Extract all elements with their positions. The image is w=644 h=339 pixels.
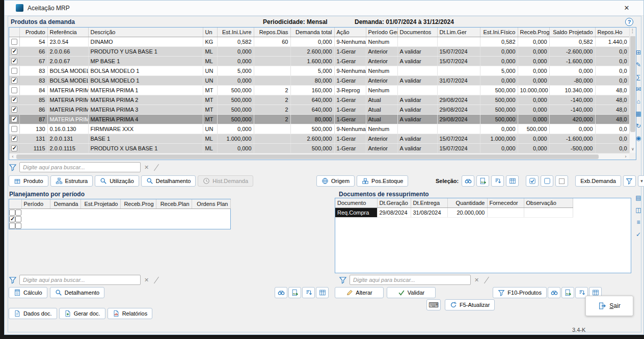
cell-un[interactable]: ML [203,143,217,153]
column-header[interactable]: Documentos [397,28,437,37]
cell-repos-horas[interactable]: 0,0 [595,46,629,56]
row-checkbox-cell[interactable] [9,85,19,95]
cell-documentos[interactable] [397,124,437,134]
cell-documentos[interactable]: A validar [397,114,437,124]
sort-button[interactable] [302,287,315,298]
demand-row[interactable]: 1115 2.0.0.1115 PRODUTO X USA BASE 1 ML … [9,143,629,153]
cell-saldo-projetado[interactable]: 0,582 [549,37,595,46]
cell-repos-horas[interactable]: 0,0 [595,143,629,153]
cell-acao[interactable]: 1-Gerar [334,114,366,124]
side-toolbar-button[interactable]: ⌂ [635,98,642,106]
cell-produto[interactable]: 1115 [19,143,47,153]
cell-documentos[interactable]: A validar [397,46,437,56]
side-toolbar-button[interactable]: ✎ [635,61,642,69]
filter-button[interactable] [623,175,636,187]
cell-produto[interactable]: 131 [19,134,47,143]
horizontal-scrollbar[interactable]: ‹ › [9,153,629,160]
side-toolbar-button[interactable]: ↻ [635,122,642,130]
cell-saldo-projetado[interactable]: 420,000 [549,114,595,124]
detalhamento-button[interactable]: Detalhamento [141,175,196,187]
cell-documentos[interactable]: A validar [397,75,437,85]
row-checkbox[interactable] [9,210,15,216]
cell-periodo-ger[interactable]: Nenhum [366,85,397,95]
row-checkbox[interactable] [11,68,17,74]
cell-receb-prog[interactable]: 0,000 [518,37,549,46]
cell-repos-dias[interactable] [254,124,290,134]
column-header[interactable]: Fornecedor [487,198,524,207]
cell-repos-dias[interactable] [254,134,290,143]
f10-produtos-button[interactable]: F10-Produtos [493,287,547,298]
scroll-right-icon[interactable]: › [622,154,629,159]
row-checkbox[interactable] [9,223,15,229]
column-header[interactable]: Produto [19,28,47,37]
hist-demanda-button[interactable]: Hist.Demanda [198,175,253,187]
scroll-left-icon[interactable]: ‹ [9,154,16,159]
cell-saldo-projetado[interactable]: 0,000 [549,66,595,75]
column-header[interactable]: Dt.Geração [377,198,411,207]
demand-search-input[interactable] [19,162,141,172]
cell-produto[interactable]: 67 [19,56,47,66]
cell-descricao[interactable]: MATERIA PRIMA 1 [88,85,203,95]
cell-periodo-ger[interactable]: Anterior [366,143,397,153]
column-header[interactable]: Período [21,199,50,208]
cell-quantidade[interactable]: 20.000,000 [447,207,487,217]
clear-search-icon[interactable]: ✕ [473,277,480,283]
cell-referencia[interactable]: 2.0.0.67 [47,56,88,66]
cell-documentos[interactable]: A validar [397,143,437,153]
column-header[interactable]: Saldo Projetado [549,28,595,37]
cell-receb-prog[interactable]: 0,000 [518,114,549,124]
cell-receb-prog[interactable]: 0,000 [518,143,549,153]
cell-est-ini-fisico[interactable]: 500,000 [480,105,518,114]
cell-dt-lim-ger[interactable]: 15/07/2024 [437,46,480,56]
column-header[interactable]: Documento [335,198,377,207]
locate-button[interactable] [462,175,474,187]
cell-periodo-ger[interactable]: Nenhum [366,66,397,75]
cell-repos-dias[interactable] [254,46,290,56]
row-checkbox-cell[interactable] [9,143,19,153]
cell-repos-dias[interactable]: 2 [254,95,290,105]
planning-detalhamento-button[interactable]: Detalhamento [50,287,105,298]
row-checkbox-cell[interactable] [9,124,19,134]
cell-est-ini-livre[interactable]: 500,000 [217,95,254,105]
cell-descricao[interactable]: MP BASE 1 [88,56,203,66]
cell-acao[interactable]: 1-Gerar [334,56,366,66]
column-header[interactable]: Quantidade [447,198,487,207]
cell-un[interactable]: UN [203,124,217,134]
cell-dt-lim-ger[interactable]: 15/07/2024 [437,143,480,153]
cell-acao[interactable]: 1-Gerar [334,134,366,143]
grid-config-button[interactable] [506,175,519,187]
cell-documentos[interactable] [397,66,437,75]
cell-demanda-total[interactable]: 500,000 [290,124,334,134]
keyboard-button[interactable]: ⌨ [426,299,441,310]
row-checkbox-cell[interactable] [9,46,19,56]
cell-est-ini-livre[interactable]: 500,000 [217,105,254,114]
cell-est-ini-livre[interactable]: 0,000 [217,46,254,56]
cell-dt-lim-ger[interactable] [437,37,480,46]
row-checkbox[interactable] [11,136,17,142]
close-icon[interactable]: ✕ [622,4,631,12]
column-header[interactable]: Dt.Entrega [411,198,447,207]
cell-demanda-total[interactable]: 160,000 [290,85,334,95]
column-header[interactable]: Est.Ini.Físico [480,28,518,37]
cell-repos-horas[interactable]: 48,0 [595,95,629,105]
column-header[interactable]: Repos.Ho [595,28,629,37]
column-header[interactable]: Dt.Lim.Ger [437,28,480,37]
column-header[interactable]: Referência [47,28,88,37]
cell-periodo-ger[interactable]: Atual [366,95,397,105]
column-header[interactable]: Descrição [88,28,203,37]
cell-periodo-ger[interactable]: Anterior [366,56,397,66]
cell-documentos[interactable] [397,37,437,46]
cell-acao[interactable]: 1-Gerar [334,75,366,85]
cell-periodo-ger[interactable]: Anterior [366,46,397,56]
demand-row[interactable]: 66 2.0.0.66 PRODUTO Y USA BASE 1 ML 0,00… [9,46,629,56]
cell-receb-prog[interactable]: 0,000 [518,95,549,105]
cell-demanda-total[interactable]: 640,000 [290,95,334,105]
locate-button[interactable] [548,287,560,298]
cell-documentos[interactable]: A validar [397,95,437,105]
demand-row[interactable]: 83 BOLSA MODELO 1 BOLSA MODELO 1 UN 0,00… [9,75,629,85]
row-checkbox[interactable] [11,97,17,103]
more-options-dropdown[interactable]: ▾ [638,175,644,187]
cell-saldo-projetado[interactable]: 0,000 [549,124,595,134]
column-header[interactable]: Repos.Dias [254,28,290,37]
row-checkbox[interactable] [9,216,15,222]
